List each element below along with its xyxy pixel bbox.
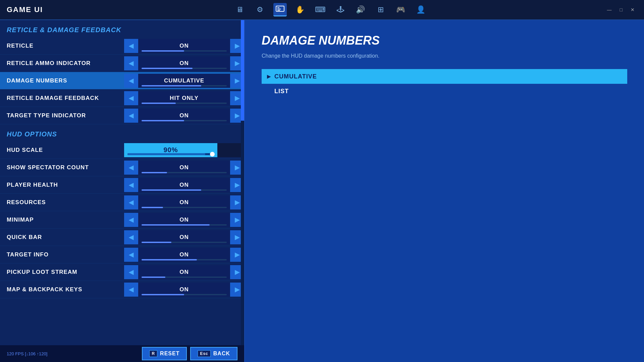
gameui-icon[interactable]	[273, 3, 287, 16]
reticle-value: ON	[138, 39, 230, 53]
setting-row-quick-bar[interactable]: QUICK BAR ◀ ON ▶	[0, 229, 244, 246]
back-key-icon: Esc	[198, 350, 210, 357]
minimap-left-arrow[interactable]: ◀	[124, 213, 138, 227]
quick-bar-control: ◀ ON ▶	[124, 230, 244, 244]
monitor-icon[interactable]: 🖥	[233, 3, 247, 16]
window-controls: — □ ✕	[604, 6, 637, 13]
setting-row-player-health[interactable]: PLAYER HEALTH ◀ ON ▶	[0, 176, 244, 194]
gamepad-icon[interactable]: 🕹	[334, 3, 347, 16]
map-backpack-left-arrow[interactable]: ◀	[124, 283, 138, 297]
quick-bar-value: ON	[138, 230, 230, 244]
hud-scale-value: 90%	[124, 143, 217, 157]
audio-icon[interactable]: 🔊	[354, 3, 367, 16]
resources-label: RESOURCES	[0, 199, 124, 206]
setting-row-reticle-damage-feedback[interactable]: RETICLE DAMAGE FEEDBACK ◀ HIT ONLY ▶	[0, 89, 244, 107]
quick-bar-label: QUICK BAR	[0, 234, 124, 241]
spectator-count-value: ON	[138, 161, 230, 175]
svg-rect-2	[277, 9, 281, 9]
setting-row-target-type-indicator[interactable]: TARGET TYPE INDICATOR ◀ ON ▶	[0, 107, 244, 124]
spectator-count-control: ◀ ON ▶	[124, 161, 244, 175]
hud-scale-label: HUD SCALE	[0, 147, 124, 154]
close-button[interactable]: ✕	[628, 6, 637, 13]
setting-row-resources[interactable]: RESOURCES ◀ ON ▶	[0, 194, 244, 211]
reticle-ammo-left-arrow[interactable]: ◀	[124, 56, 138, 70]
minimap-label: MINIMAP	[0, 217, 124, 223]
main-content: RETICLE & DAMAGE FEEDBACK RETICLE ◀ ON ▶…	[0, 20, 644, 362]
settings-panel: RETICLE & DAMAGE FEEDBACK RETICLE ◀ ON ▶…	[0, 20, 245, 362]
section-header-reticle: RETICLE & DAMAGE FEEDBACK	[0, 20, 244, 37]
detail-title: DAMAGE NUMBERS	[262, 34, 627, 48]
detail-option-cumulative[interactable]: ▶ CUMULATIVE	[262, 69, 627, 84]
minimize-button[interactable]: —	[604, 6, 614, 13]
target-type-indicator-control: ◀ ON ▶	[124, 109, 244, 123]
setting-row-pickup-loot[interactable]: PICKUP LOOT STREAM ◀ ON ▶	[0, 263, 244, 281]
setting-row-minimap[interactable]: MINIMAP ◀ ON ▶	[0, 211, 244, 229]
svg-rect-1	[277, 7, 279, 8]
pickup-loot-control: ◀ ON ▶	[124, 265, 244, 279]
resources-left-arrow[interactable]: ◀	[124, 195, 138, 209]
setting-row-reticle[interactable]: RETICLE ◀ ON ▶	[0, 37, 244, 55]
bottom-bar: 120 FPS [↓106 ↑120] R RESET Esc BACK	[0, 345, 244, 362]
target-type-indicator-left-arrow[interactable]: ◀	[124, 109, 138, 123]
layout-icon[interactable]: ⊞	[374, 3, 387, 16]
svg-rect-3	[277, 10, 280, 11]
bottom-buttons: R RESET Esc BACK	[142, 347, 237, 360]
setting-row-spectator-count[interactable]: SHOW SPECTATOR COUNT ◀ ON ▶	[0, 159, 244, 176]
scroll-thumb[interactable]	[241, 20, 244, 121]
profile-icon[interactable]: 👤	[414, 3, 428, 16]
reticle-damage-feedback-control: ◀ HIT ONLY ▶	[124, 91, 244, 105]
nav-icons: 🖥 ⚙ ✋ ⌨ 🕹 🔊 ⊞ 🎮 👤	[56, 3, 604, 16]
player-health-label: PLAYER HEALTH	[0, 182, 124, 188]
gear-icon[interactable]: ⚙	[253, 3, 267, 16]
reticle-control: ◀ ON ▶	[124, 39, 244, 53]
detail-panel: DAMAGE NUMBERS Change the HUD damage num…	[245, 20, 644, 362]
maximize-button[interactable]: □	[617, 6, 625, 13]
controller-icon[interactable]: 🎮	[394, 3, 408, 16]
back-button[interactable]: Esc BACK	[190, 347, 237, 360]
spectator-count-left-arrow[interactable]: ◀	[124, 161, 138, 175]
damage-numbers-label: DAMAGE NUMBERS	[0, 77, 124, 84]
setting-row-reticle-ammo[interactable]: RETICLE AMMO INDICATOR ◀ ON ▶	[0, 55, 244, 72]
setting-row-damage-numbers[interactable]: DAMAGE NUMBERS ◀ CUMULATIVE ▶	[0, 72, 244, 89]
reset-button[interactable]: R RESET	[142, 347, 187, 360]
map-backpack-label: MAP & BACKPACK KEYS	[0, 286, 124, 293]
setting-row-hud-scale[interactable]: HUD SCALE 90%	[0, 141, 244, 159]
setting-row-target-info[interactable]: TARGET INFO ◀ ON ▶	[0, 246, 244, 263]
target-info-label: TARGET INFO	[0, 251, 124, 258]
hand-icon[interactable]: ✋	[293, 3, 307, 16]
section-header-hud: HUD OPTIONS	[0, 124, 244, 141]
reset-key-icon: R	[149, 350, 157, 357]
player-health-left-arrow[interactable]: ◀	[124, 178, 138, 192]
reticle-damage-feedback-value: HIT ONLY	[138, 91, 230, 105]
damage-numbers-left-arrow[interactable]: ◀	[124, 74, 138, 88]
player-health-value: ON	[138, 178, 230, 192]
spectator-count-label: SHOW SPECTATOR COUNT	[0, 164, 124, 171]
reticle-ammo-label: RETICLE AMMO INDICATOR	[0, 60, 124, 67]
target-type-indicator-label: TARGET TYPE INDICATOR	[0, 112, 124, 119]
damage-numbers-control: ◀ CUMULATIVE ▶	[124, 74, 244, 88]
quick-bar-left-arrow[interactable]: ◀	[124, 230, 138, 244]
minimap-value: ON	[138, 213, 230, 227]
reticle-ammo-control: ◀ ON ▶	[124, 56, 244, 70]
app-title: GAME UI	[7, 5, 43, 14]
pickup-loot-label: PICKUP LOOT STREAM	[0, 269, 124, 276]
reticle-left-arrow[interactable]: ◀	[124, 39, 138, 53]
pickup-loot-left-arrow[interactable]: ◀	[124, 265, 138, 279]
reset-label: RESET	[160, 351, 179, 357]
target-info-control: ◀ ON ▶	[124, 248, 244, 262]
keyboard-icon[interactable]: ⌨	[314, 3, 327, 16]
map-backpack-value: ON	[138, 283, 230, 297]
target-info-left-arrow[interactable]: ◀	[124, 248, 138, 262]
minimap-control: ◀ ON ▶	[124, 213, 244, 227]
reticle-damage-feedback-label: RETICLE DAMAGE FEEDBACK	[0, 95, 124, 102]
scrollbar[interactable]	[241, 20, 244, 345]
back-label: BACK	[213, 351, 230, 357]
reticle-ammo-value: ON	[138, 56, 230, 70]
reticle-label: RETICLE	[0, 43, 124, 49]
cumulative-label: CUMULATIVE	[274, 73, 317, 80]
map-backpack-control: ◀ ON ▶	[124, 283, 244, 297]
reticle-damage-feedback-left-arrow[interactable]: ◀	[124, 91, 138, 105]
setting-row-map-backpack[interactable]: MAP & BACKPACK KEYS ◀ ON ▶	[0, 281, 244, 298]
detail-description: Change the HUD damage numbers configurat…	[262, 53, 627, 59]
detail-option-list[interactable]: ▶ LIST	[262, 84, 627, 99]
